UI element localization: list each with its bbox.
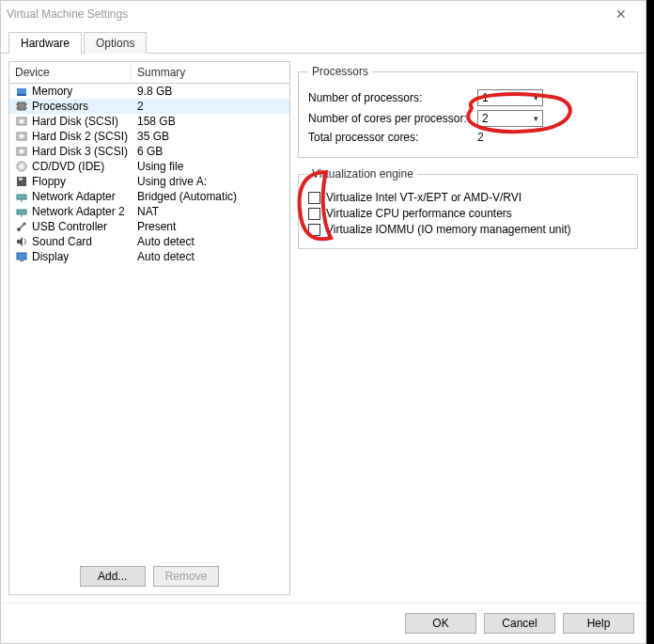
disk-icon xyxy=(13,115,30,128)
device-name: Processors xyxy=(30,100,133,113)
device-row[interactable]: FloppyUsing drive A: xyxy=(9,174,289,189)
device-name: Memory xyxy=(30,85,133,98)
device-name: Display xyxy=(30,250,133,263)
device-summary: Auto detect xyxy=(133,250,286,263)
device-row[interactable]: Memory9.8 GB xyxy=(9,84,289,99)
add-button[interactable]: Add... xyxy=(80,566,146,587)
device-summary: Using file xyxy=(133,160,286,173)
device-summary: 6 GB xyxy=(133,145,286,158)
device-summary: 2 xyxy=(133,100,286,113)
device-panel: Device Summary Memory9.8 GBProcessors2Ha… xyxy=(8,61,290,595)
sound-icon xyxy=(13,235,30,248)
device-row[interactable]: Hard Disk 3 (SCSI)6 GB xyxy=(9,144,289,159)
tab-hardware[interactable]: Hardware xyxy=(8,32,82,54)
svg-rect-0 xyxy=(17,88,26,94)
virt-engine-group: Virtualization engine Virtualize Intel V… xyxy=(298,167,638,249)
device-row[interactable]: Network Adapter 2NAT xyxy=(9,204,289,219)
device-row[interactable]: Sound CardAuto detect xyxy=(9,234,289,249)
svg-rect-17 xyxy=(17,195,26,199)
perf-checkbox[interactable] xyxy=(308,208,320,220)
svg-rect-2 xyxy=(18,102,25,110)
device-name: Hard Disk (SCSI) xyxy=(30,115,133,128)
device-buttons: Add... Remove xyxy=(9,558,289,594)
cores-value: 2 xyxy=(482,112,489,125)
titlebar: Virtual Machine Settings ✕ xyxy=(1,1,646,27)
svg-point-14 xyxy=(21,165,23,168)
vt-label: Virtualize Intel VT-x/EPT or AMD-V/RVI xyxy=(326,191,522,204)
ok-button[interactable]: OK xyxy=(405,613,476,634)
device-row[interactable]: CD/DVD (IDE)Using file xyxy=(9,159,289,174)
col-device[interactable]: Device xyxy=(9,62,132,83)
memory-icon xyxy=(13,85,30,98)
detail-panel: Processors Number of processors: 1 ▾ Num… xyxy=(298,61,638,595)
device-name: Network Adapter xyxy=(30,190,133,203)
device-summary: Present xyxy=(133,220,286,233)
device-name: USB Controller xyxy=(30,220,133,233)
device-summary: Using drive A: xyxy=(133,175,286,188)
cores-label: Number of cores per processor: xyxy=(308,112,477,125)
floppy-icon xyxy=(13,175,30,188)
perf-label: Virtualize CPU performance counters xyxy=(326,207,512,220)
device-row[interactable]: Network AdapterBridged (Automatic) xyxy=(9,189,289,204)
num-proc-select[interactable]: 1 ▾ xyxy=(477,89,543,106)
device-name: Hard Disk 2 (SCSI) xyxy=(30,130,133,143)
device-name: Network Adapter 2 xyxy=(30,205,133,218)
processors-legend: Processors xyxy=(308,65,372,78)
usb-icon xyxy=(13,220,30,233)
net-icon xyxy=(13,205,30,218)
net-icon xyxy=(13,190,30,203)
device-row[interactable]: Hard Disk (SCSI)158 GB xyxy=(9,114,289,129)
tab-strip: Hardware Options xyxy=(1,27,646,54)
device-name: CD/DVD (IDE) xyxy=(30,160,133,173)
remove-button: Remove xyxy=(153,566,220,587)
svg-point-12 xyxy=(20,149,23,153)
device-name: Floppy xyxy=(30,175,133,188)
cpu-icon xyxy=(13,100,30,113)
device-summary: 158 GB xyxy=(133,115,286,128)
virt-legend: Virtualization engine xyxy=(308,167,417,181)
svg-rect-1 xyxy=(17,94,26,96)
svg-rect-24 xyxy=(17,253,26,259)
chevron-down-icon: ▾ xyxy=(534,114,538,123)
device-summary: 9.8 GB xyxy=(133,85,286,98)
svg-point-23 xyxy=(23,223,26,226)
svg-point-10 xyxy=(20,134,23,138)
num-proc-label: Number of processors: xyxy=(308,91,477,104)
device-summary: Bridged (Automatic) xyxy=(133,190,286,203)
iommu-label: Virtualize IOMMU (IO memory management u… xyxy=(326,223,571,236)
content-area: Device Summary Memory9.8 GBProcessors2Ha… xyxy=(1,54,646,603)
device-list-header: Device Summary xyxy=(9,62,289,84)
device-name: Sound Card xyxy=(30,235,133,248)
device-row[interactable]: DisplayAuto detect xyxy=(9,249,289,264)
num-proc-value: 1 xyxy=(482,91,489,104)
iommu-checkbox[interactable] xyxy=(308,224,320,236)
device-list[interactable]: Memory9.8 GBProcessors2Hard Disk (SCSI)1… xyxy=(9,84,289,558)
disk-icon xyxy=(13,130,30,143)
col-summary[interactable]: Summary xyxy=(132,62,289,83)
device-row[interactable]: Hard Disk 2 (SCSI)35 GB xyxy=(9,129,289,144)
device-row[interactable]: Processors2 xyxy=(9,99,289,114)
help-button[interactable]: Help xyxy=(563,613,634,634)
svg-point-8 xyxy=(20,119,23,123)
device-row[interactable]: USB ControllerPresent xyxy=(9,219,289,234)
total-cores-value: 2 xyxy=(477,131,553,144)
chevron-down-icon: ▾ xyxy=(534,93,538,102)
cancel-button[interactable]: Cancel xyxy=(484,613,555,634)
cores-select[interactable]: 2 ▾ xyxy=(477,110,543,127)
device-summary: Auto detect xyxy=(133,235,286,248)
window-title: Virtual Machine Settings xyxy=(7,8,602,21)
disk-icon xyxy=(13,145,30,158)
vt-checkbox[interactable] xyxy=(308,192,320,204)
svg-rect-16 xyxy=(19,178,23,181)
dialog-footer: OK Cancel Help xyxy=(1,603,646,643)
svg-rect-25 xyxy=(20,260,23,261)
svg-rect-19 xyxy=(17,210,26,214)
settings-window: Virtual Machine Settings ✕ Hardware Opti… xyxy=(0,0,646,644)
close-icon[interactable]: ✕ xyxy=(602,7,640,22)
processors-group: Processors Number of processors: 1 ▾ Num… xyxy=(298,65,638,158)
tab-options[interactable]: Options xyxy=(84,32,147,54)
display-icon xyxy=(13,250,30,263)
cd-icon xyxy=(13,160,30,173)
total-cores-label: Total processor cores: xyxy=(308,131,477,144)
device-name: Hard Disk 3 (SCSI) xyxy=(30,145,133,158)
